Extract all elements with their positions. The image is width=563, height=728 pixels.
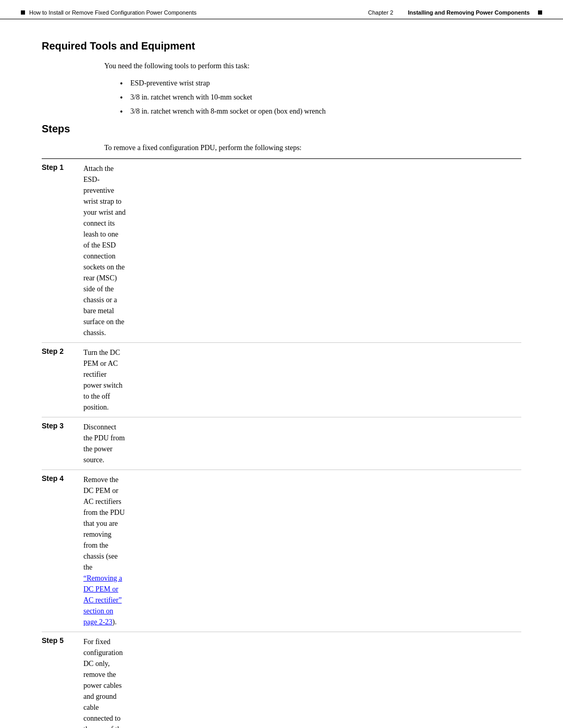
header-right: Chapter 2 Installing and Removing Power … xyxy=(368,9,542,16)
step-content: For fixed configuration DC only, remove … xyxy=(83,632,126,729)
list-item: 3/8 in. ratchet wrench with 8-mm socket … xyxy=(120,106,521,117)
steps-section: Steps To remove a fixed configuration PD… xyxy=(42,123,521,728)
step-text-before: For fixed configuration DC only, remove … xyxy=(83,638,124,728)
table-row: Step 2 Turn the DC PEM or AC rectifier p… xyxy=(42,343,521,417)
header-left-text: How to Install or Remove Fixed Configura… xyxy=(29,9,197,16)
page-container: How to Install or Remove Fixed Configura… xyxy=(0,0,563,728)
main-content: Required Tools and Equipment You need th… xyxy=(0,19,563,728)
step-text-before: Remove the DC PEM or AC rectifiers from … xyxy=(83,476,125,571)
required-tools-intro: You need the following tools to perform … xyxy=(104,60,521,71)
table-row: Step 4 Remove the DC PEM or AC rectifier… xyxy=(42,470,521,632)
header-separator xyxy=(397,9,403,16)
steps-title: Steps xyxy=(42,123,521,135)
step-label: Step 3 xyxy=(42,417,83,470)
table-row: Step 1 Attach the ESD-preventive wrist s… xyxy=(42,159,521,343)
steps-intro: To remove a fixed configuration PDU, per… xyxy=(104,135,521,158)
list-item: ESD-preventive wrist strap xyxy=(120,78,521,89)
steps-table: Step 1 Attach the ESD-preventive wrist s… xyxy=(42,159,521,728)
header-right-bar xyxy=(538,10,542,15)
step-content: Attach the ESD-preventive wrist strap to… xyxy=(83,159,126,343)
step-content: Remove the DC PEM or AC rectifiers from … xyxy=(83,470,126,632)
step-text-after: ). xyxy=(113,618,117,626)
page-header: How to Install or Remove Fixed Configura… xyxy=(0,0,563,19)
step-label: Step 5 xyxy=(42,632,83,729)
table-row: Step 5 For fixed configuration DC only, … xyxy=(42,632,521,729)
required-tools-list: ESD-preventive wrist strap 3/8 in. ratch… xyxy=(120,78,521,117)
header-left-bullet xyxy=(21,10,25,15)
table-row: Step 3 Disconnect the PDU from the power… xyxy=(42,417,521,470)
step-label: Step 1 xyxy=(42,159,83,343)
step-content: Turn the DC PEM or AC rectifier power sw… xyxy=(83,343,126,417)
header-chapter-label: Chapter 2 xyxy=(368,9,393,16)
header-chapter-title: Installing and Removing Power Components xyxy=(408,9,530,16)
step-content: Disconnect the PDU from the power source… xyxy=(83,417,126,470)
list-item: 3/8 in. ratchet wrench with 10-mm socket xyxy=(120,92,521,103)
step-label: Step 4 xyxy=(42,470,83,632)
required-tools-title: Required Tools and Equipment xyxy=(42,40,521,52)
required-tools-section: Required Tools and Equipment You need th… xyxy=(42,40,521,117)
step-label: Step 2 xyxy=(42,343,83,417)
header-left: How to Install or Remove Fixed Configura… xyxy=(21,9,197,16)
